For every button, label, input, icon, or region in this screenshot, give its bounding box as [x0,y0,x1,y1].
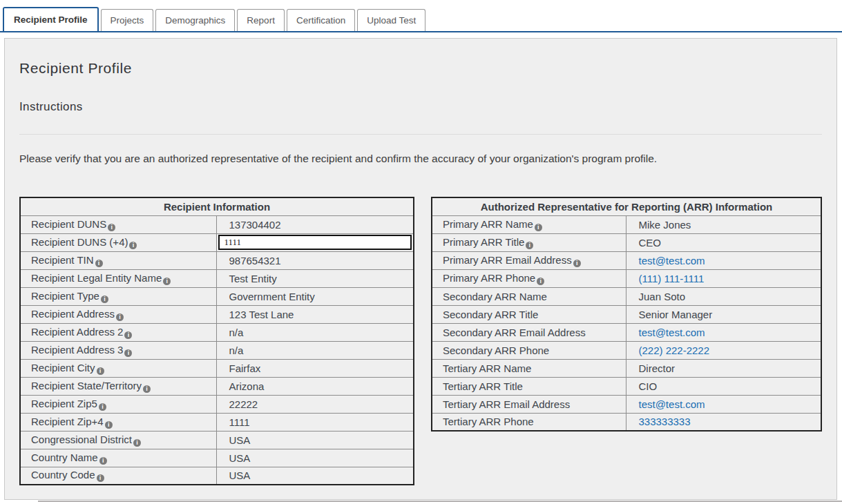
tab-recipient-profile[interactable]: Recipient Profile [3,7,99,31]
info-icon[interactable]: i [133,439,141,447]
tab-report[interactable]: Report [237,9,285,31]
info-icon[interactable]: i [101,295,108,303]
row-value: Government Entity [229,291,314,302]
info-icon[interactable]: i [573,260,581,267]
row-value: Director [638,362,675,374]
row-value-link[interactable]: (111) 111-1111 [638,273,704,284]
info-icon[interactable]: i [105,421,113,429]
row-label-cell: Recipient DUNSi [20,215,217,233]
row-label: Congressional District [31,434,132,445]
row-value: 1111 [229,416,249,428]
info-icon[interactable]: i [97,367,104,375]
row-label: Country Code [31,469,95,481]
table-row: Recipient Address 2in/a [20,323,414,341]
row-value-cell: Government Entity [217,287,414,305]
table-row: Recipient CityiFairfax [20,359,414,377]
row-value-cell: test@test.com [626,323,821,341]
row-label-cell: Recipient TINi [20,251,217,269]
table-row: Tertiary ARR TitleCIO [432,377,821,395]
tab-projects[interactable]: Projects [101,9,154,31]
table-row: Secondary ARR NameJuan Soto [432,287,821,305]
tab-demographics[interactable]: Demographics [155,9,235,31]
row-label-cell: Recipient Address 2i [20,323,217,341]
row-value-cell: USA [217,431,414,449]
instructions-heading: Instructions [19,100,830,114]
info-icon[interactable]: i [526,242,533,249]
info-icon[interactable]: i [97,474,104,482]
row-label: Tertiary ARR Title [443,380,523,392]
row-value-link[interactable]: 333333333 [638,416,690,427]
tab-upload-test[interactable]: Upload Test [357,9,425,31]
info-icon[interactable]: i [116,313,124,321]
table-row: Secondary ARR Phone(222) 222-2222 [432,341,821,359]
info-icon[interactable]: i [108,224,115,231]
row-label-cell: Recipient Addressi [20,305,217,323]
divider [19,134,822,135]
row-value-cell: (222) 222-2222 [626,341,821,359]
table-row: Primary ARR Email Addressitest@test.com [432,251,821,269]
row-value: Fairfax [229,362,260,374]
row-value-cell: CEO [626,233,821,251]
row-label-cell: Secondary ARR Phone [432,341,626,359]
info-icon[interactable]: i [537,278,544,285]
row-value: 123 Test Lane [229,309,294,320]
row-value-link[interactable]: test@test.com [638,398,705,410]
table-row: Recipient State/TerritoryiArizona [20,377,414,395]
bottom-rule [38,501,842,502]
recipient-duns4-input[interactable] [218,235,411,250]
row-value-cell: Test Entity [217,269,414,287]
row-label-cell: Tertiary ARR Phone [432,413,626,431]
table-row: Secondary ARR TitleSenior Manager [432,305,821,323]
info-icon[interactable]: i [95,260,103,267]
row-label-cell: Recipient State/Territoryi [20,377,217,395]
row-value-cell: Fairfax [217,359,414,377]
table-row: Primary ARR Phonei(111) 111-1111 [432,269,821,287]
table-row: Secondary ARR Email Addresstest@test.com [432,323,821,341]
tab-certification[interactable]: Certification [287,9,355,31]
info-icon[interactable]: i [124,349,132,357]
row-value-cell: n/a [217,323,414,341]
info-icon[interactable]: i [99,403,106,411]
table-header-row: Authorized Representative for Reporting … [432,197,821,215]
row-value-cell: n/a [217,341,414,359]
tables-container: Recipient Information Recipient DUNSi137… [19,197,822,485]
info-icon[interactable]: i [163,278,171,285]
row-value-cell: Mike Jones [626,215,821,233]
row-value-link[interactable]: test@test.com [638,255,705,266]
table-row: Recipient Address 3in/a [20,341,414,359]
row-value: Juan Soto [638,291,685,302]
row-label: Recipient Zip5 [31,398,97,409]
info-icon[interactable]: i [143,385,151,393]
row-value-link[interactable]: (222) 222-2222 [638,345,709,356]
row-label: Tertiary ARR Phone [443,416,534,427]
row-value-cell: test@test.com [626,395,821,413]
row-value-cell: USA [217,467,414,485]
table-row: Primary ARR TitleiCEO [432,233,821,251]
row-label: Recipient City [31,362,95,374]
row-label-cell: Secondary ARR Name [432,287,626,305]
row-label: Country Name [31,452,98,463]
row-label-cell: Tertiary ARR Title [432,377,626,395]
arr-table-body: Primary ARR NameiMike JonesPrimary ARR T… [432,215,821,431]
row-value: 22222 [229,398,258,410]
row-label: Primary ARR Email Address [443,254,572,266]
row-value: Senior Manager [638,309,712,320]
arr-info-table: Authorized Representative for Reporting … [431,197,822,432]
info-icon[interactable]: i [124,331,132,339]
row-value-link[interactable]: test@test.com [638,327,705,338]
row-label: Tertiary ARR Name [443,362,531,374]
row-label: Recipient Address [31,308,115,320]
row-label-cell: Secondary ARR Title [432,305,626,323]
row-label-cell: Recipient Zip5i [20,395,217,413]
row-value: 987654321 [229,255,280,266]
recipient-info-table: Recipient Information Recipient DUNSi137… [19,197,414,485]
info-icon[interactable]: i [99,457,107,465]
table-row: Tertiary ARR NameDirector [432,359,821,377]
content-panel: Recipient Profile Instructions Please ve… [4,38,837,500]
table-row: Country NameiUSA [20,449,414,467]
info-icon[interactable]: i [129,242,137,249]
row-value: Mike Jones [638,219,691,231]
info-icon[interactable]: i [535,224,542,231]
tab-bar: Recipient ProfileProjectsDemographicsRep… [0,0,842,32]
row-value-cell: 22222 [217,395,414,413]
